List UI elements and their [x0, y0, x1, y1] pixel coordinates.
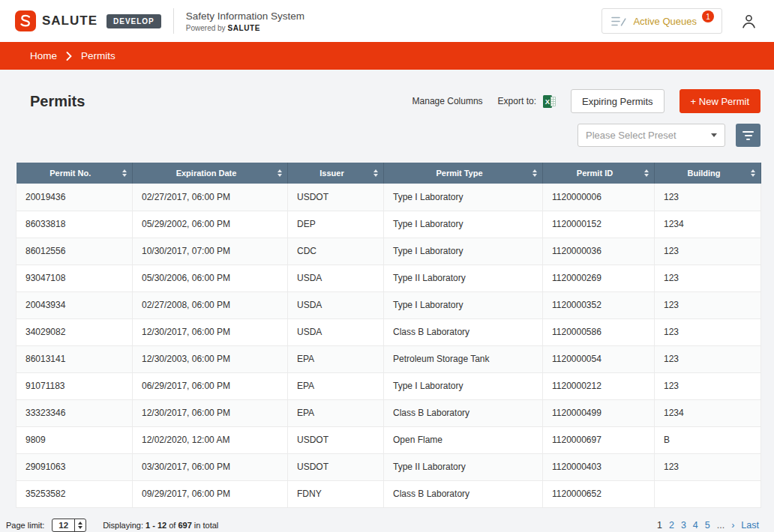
sort-icon[interactable] — [644, 169, 649, 177]
pagination-page[interactable]: 3 — [681, 520, 686, 531]
sort-icon[interactable] — [122, 169, 127, 177]
manage-columns-link[interactable]: Manage Columns — [412, 96, 483, 106]
column-header[interactable]: Building — [655, 163, 761, 184]
table-cell: 12/30/2017, 06:00 PM — [133, 318, 288, 345]
table-row[interactable]: 980912/02/2020, 12:00 AMUSDOTOpen Flame1… — [16, 426, 761, 453]
table-cell: USDA — [288, 265, 384, 291]
column-header[interactable]: Permit ID — [543, 163, 655, 184]
table-cell — [655, 480, 761, 507]
column-header[interactable]: Expiration Date — [133, 163, 288, 184]
breadcrumb-current: Permits — [81, 50, 116, 61]
column-header-label: Issuer — [320, 169, 344, 178]
app-title: Safety Information System — [186, 10, 304, 22]
sort-icon[interactable] — [278, 169, 282, 177]
table-cell: 09/29/2017, 06:00 PM — [133, 480, 288, 507]
table-cell: 1120000036 — [543, 238, 655, 265]
export-group: Export to: X — [498, 95, 556, 108]
pagination-last[interactable]: Last — [741, 520, 759, 531]
table-row[interactable]: 3525358209/29/2017, 06:00 PMFDNYClass B … — [16, 480, 761, 507]
active-queues-label: Active Queues — [633, 16, 697, 27]
queue-icon — [611, 16, 626, 27]
table-cell: 123 — [655, 345, 761, 372]
app-title-block: Safety Information System Powered by SAL… — [186, 10, 304, 32]
table-row[interactable]: 9107118306/29/2017, 06:00 PMEPAType I La… — [16, 372, 761, 399]
table-cell: 9809 — [16, 426, 133, 453]
page-title: Permits — [30, 93, 85, 110]
pagination-page[interactable]: 5 — [705, 520, 710, 531]
table-cell: Class B Laboratory — [384, 399, 543, 426]
expiring-permits-button[interactable]: Expiring Permits — [571, 89, 664, 113]
table-cell: 93047108 — [16, 265, 133, 291]
table-cell: CDC — [288, 238, 384, 265]
permits-table: Permit No.Expiration DateIssuerPermit Ty… — [16, 163, 761, 508]
column-header[interactable]: Permit Type — [384, 163, 543, 184]
table-cell: FDNY — [288, 480, 384, 507]
table-cell: 123 — [655, 453, 761, 480]
breadcrumb-chevron-icon — [66, 52, 72, 61]
table-cell: 12/30/2003, 06:00 PM — [133, 345, 288, 372]
sort-icon[interactable] — [751, 169, 755, 177]
table-row[interactable]: 3402908212/30/2017, 06:00 PMUSDAClass B … — [16, 318, 761, 345]
table-cell: 29091063 — [16, 453, 133, 480]
table-cell: USDOT — [288, 426, 384, 453]
table-cell: 91071183 — [16, 372, 133, 399]
table-cell: Type I Laboratory — [384, 184, 543, 211]
table-cell: 86013141 — [16, 345, 133, 372]
stepper-arrows-icon[interactable] — [74, 519, 86, 531]
table-row[interactable]: 2004393402/27/2008, 06:00 PMUSDAType I L… — [16, 291, 761, 318]
pagination-next[interactable]: › — [731, 520, 734, 531]
table-cell: Class B Laboratory — [384, 480, 543, 507]
column-header-label: Permit Type — [436, 169, 482, 178]
salute-logo-icon — [15, 10, 36, 31]
preset-select[interactable]: Please Select Preset — [578, 124, 725, 147]
active-queues-badge: 1 — [702, 10, 714, 22]
table-row[interactable]: 3332334612/30/2017, 06:00 PMEPAClass B L… — [16, 399, 761, 426]
table-cell: 1120000499 — [543, 399, 655, 426]
table-header-row: Permit No.Expiration DateIssuerPermit Ty… — [16, 163, 761, 184]
filter-button[interactable] — [736, 124, 760, 147]
table-cell: Class B Laboratory — [384, 318, 543, 345]
table-cell: 33323346 — [16, 399, 133, 426]
table-cell: 1120000269 — [543, 265, 655, 291]
table-cell: 1120000352 — [543, 291, 655, 318]
page-limit-stepper[interactable]: 12 — [52, 519, 86, 532]
user-icon[interactable] — [740, 13, 758, 30]
table-row[interactable]: 2909106303/30/2017, 06:00 PMUSDOTType II… — [16, 453, 761, 480]
page-limit-value: 12 — [52, 519, 74, 531]
table-row[interactable]: 9304710805/30/2006, 06:00 PMUSDAType II … — [16, 265, 761, 291]
header-divider — [173, 8, 174, 34]
table-cell: 123 — [655, 372, 761, 399]
table-cell: 123 — [655, 184, 761, 211]
pagination-page-current[interactable]: 1 — [657, 520, 662, 531]
table-cell: 1234 — [655, 211, 761, 238]
column-header[interactable]: Permit No. — [16, 163, 133, 184]
table-cell: 34029082 — [16, 318, 133, 345]
table-cell: 123 — [655, 238, 761, 265]
table-row[interactable]: 2001943602/27/2017, 06:00 PMUSDOTType I … — [16, 184, 761, 211]
displaying-text: Displaying: 1 - 12 of 697 in total — [103, 521, 218, 530]
pagination-page[interactable]: 2 — [669, 520, 674, 531]
table-cell: B — [655, 426, 761, 453]
svg-text:X: X — [545, 97, 550, 106]
breadcrumb-home[interactable]: Home — [30, 50, 57, 61]
table-cell: Type I Laboratory — [384, 211, 543, 238]
table-row[interactable]: 8601255610/30/2017, 07:00 PMCDCType I La… — [16, 238, 761, 265]
main-content: Permits Manage Columns Export to: X Expi… — [0, 70, 774, 532]
table-cell: Type II Laboratory — [384, 453, 543, 480]
table-cell: 1120000697 — [543, 426, 655, 453]
table-row[interactable]: 8601314112/30/2003, 06:00 PMEPAPetroleum… — [16, 345, 761, 372]
salute-logo[interactable]: SALUTE — [15, 10, 98, 31]
column-header-label: Building — [688, 169, 721, 178]
active-queues-button[interactable]: Active Queues 1 — [602, 8, 722, 34]
column-header[interactable]: Issuer — [288, 163, 384, 184]
new-permit-button[interactable]: + New Permit — [680, 89, 760, 113]
pagination-pages: 12345 — [657, 520, 710, 531]
sort-icon[interactable] — [532, 169, 537, 177]
chevron-down-icon — [711, 133, 717, 137]
table-row[interactable]: 8603381805/29/2002, 06:00 PMDEPType I La… — [16, 211, 761, 238]
table-footer: Page limit: 12 Displaying: 1 - 12 of 697… — [0, 508, 774, 532]
sort-icon[interactable] — [374, 169, 378, 177]
pagination-page[interactable]: 4 — [693, 520, 698, 531]
table-cell: 20043934 — [16, 291, 133, 318]
excel-export-icon[interactable]: X — [543, 95, 556, 108]
